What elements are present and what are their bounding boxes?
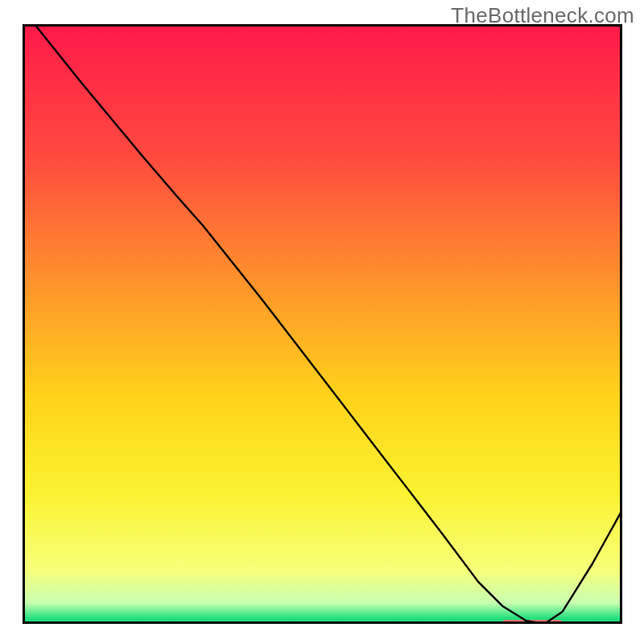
gradient-background [23, 24, 622, 624]
plot-area [23, 24, 622, 624]
chart-container: TheBottleneck.com [0, 0, 644, 644]
chart-svg [23, 24, 622, 624]
